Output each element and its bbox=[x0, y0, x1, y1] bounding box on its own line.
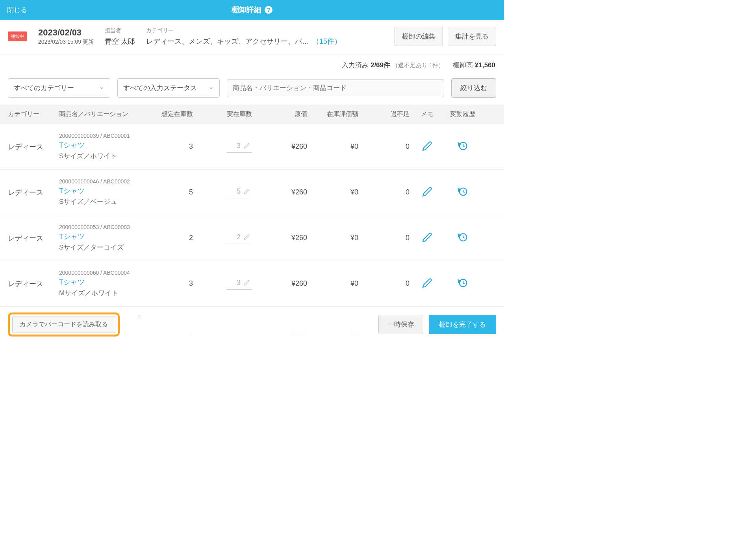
row-category: レディース bbox=[8, 279, 59, 288]
row-category: レディース bbox=[8, 142, 59, 152]
row-product: 2000000000060 / ABC00004TシャツMサイズ／ホワイト bbox=[59, 270, 150, 298]
inventory-date: 2023/02/03 bbox=[38, 28, 94, 38]
row-actual-cell: 3 bbox=[193, 141, 256, 153]
col-history: 変動履歴 bbox=[445, 110, 480, 118]
row-category: レディース bbox=[8, 233, 59, 243]
row-variation: Sサイズ／ベージュ bbox=[59, 197, 150, 206]
filter-bar: すべてのカテゴリー すべての入力ステータス 絞り込む bbox=[0, 76, 504, 105]
edit-icon bbox=[244, 143, 250, 149]
updated-at: 2023/02/03 15:09 更新 bbox=[38, 39, 94, 46]
row-diff: 0 bbox=[358, 188, 410, 196]
row-diff: 0 bbox=[358, 142, 410, 151]
history-button[interactable] bbox=[457, 277, 468, 288]
edit-icon bbox=[244, 234, 250, 240]
row-actual-cell: 5 bbox=[193, 186, 256, 198]
row-product-name[interactable]: Tシャツ bbox=[59, 186, 150, 196]
row-actual-cell: 2 bbox=[193, 232, 256, 244]
memo-button[interactable] bbox=[422, 232, 432, 242]
row-eval: ¥0 bbox=[307, 279, 358, 288]
col-name: 商品名／バリエーション bbox=[59, 110, 150, 118]
row-actual: 2 bbox=[229, 233, 241, 241]
row-eval: ¥0 bbox=[307, 142, 358, 151]
row-variation: Sサイズ／ホワイト bbox=[59, 152, 150, 161]
row-product-name[interactable]: Tシャツ bbox=[59, 141, 150, 150]
save-draft-button[interactable]: 一時保存 bbox=[378, 315, 423, 334]
page-title-text: 棚卸詳細 bbox=[232, 5, 261, 15]
help-icon[interactable]: ? bbox=[265, 6, 272, 14]
actual-stock-input[interactable]: 3 bbox=[226, 141, 252, 153]
col-expected: 想定在庫数 bbox=[150, 110, 193, 118]
row-product: 2000000000053 / ABC00003TシャツSサイズ／ターコイズ bbox=[59, 224, 150, 252]
entered-label: 入力済み bbox=[342, 61, 369, 69]
row-cost: ¥260 bbox=[256, 188, 307, 196]
col-cost: 原価 bbox=[256, 110, 307, 118]
person-name: 青空 太郎 bbox=[105, 37, 135, 46]
table-header: カテゴリー 商品名／バリエーション 想定在庫数 実在庫数 原価 在庫評価額 過不… bbox=[0, 105, 504, 124]
total-value: ¥1,560 bbox=[475, 61, 495, 69]
complete-inventory-button[interactable]: 棚卸を完了する bbox=[429, 315, 496, 334]
col-memo: メモ bbox=[410, 110, 445, 118]
highlight-box: カメラでバーコードを読み取る bbox=[8, 312, 120, 337]
row-eval: ¥0 bbox=[307, 234, 358, 242]
row-product: 2000000000039 / ABC00001TシャツSサイズ／ホワイト bbox=[59, 133, 150, 161]
category-select-label: すべてのカテゴリー bbox=[14, 83, 74, 92]
search-input-wrap[interactable] bbox=[227, 79, 444, 97]
row-product-name[interactable]: Tシャツ bbox=[59, 232, 150, 241]
edit-inventory-button[interactable]: 棚卸の編集 bbox=[395, 27, 443, 46]
row-expected: 3 bbox=[150, 279, 193, 288]
category-label: カテゴリー bbox=[146, 27, 384, 34]
memo-button[interactable] bbox=[422, 278, 432, 288]
memo-button[interactable] bbox=[422, 187, 432, 197]
person-block: 担当者 青空 太郎 bbox=[105, 27, 135, 46]
search-input[interactable] bbox=[233, 84, 438, 92]
col-category: カテゴリー bbox=[8, 110, 59, 118]
stats-bar: 入力済み 2/69件 （過不足あり 1件） 棚卸高 ¥1,560 bbox=[0, 55, 504, 76]
actual-stock-input[interactable]: 3 bbox=[226, 277, 252, 290]
status-select[interactable]: すべての入力ステータス bbox=[117, 78, 220, 98]
history-button[interactable] bbox=[457, 186, 468, 197]
actual-stock-input[interactable]: 5 bbox=[226, 186, 252, 198]
row-codes: 2000000000053 / ABC00003 bbox=[59, 224, 150, 230]
col-actual: 実在庫数 bbox=[193, 110, 256, 118]
info-bar: 棚卸中 2023/02/03 2023/02/03 15:09 更新 担当者 青… bbox=[0, 20, 504, 55]
filter-button[interactable]: 絞り込む bbox=[451, 78, 496, 98]
header-bar: 閉じる 棚卸詳細 ? bbox=[0, 0, 504, 20]
memo-button[interactable] bbox=[422, 141, 432, 151]
row-cost: ¥260 bbox=[256, 142, 307, 151]
table-row: レディース2000000000060 / ABC00004TシャツMサイズ／ホワ… bbox=[0, 261, 504, 307]
row-expected: 2 bbox=[150, 234, 193, 242]
col-eval: 在庫評価額 bbox=[307, 110, 358, 118]
edit-icon bbox=[244, 189, 250, 194]
row-variation: Mサイズ／ホワイト bbox=[59, 288, 150, 298]
footer-bar: カメラでバーコードを読み取る 5 一時保存 棚卸を完了する bbox=[0, 307, 504, 342]
camera-barcode-button[interactable]: カメラでバーコードを読み取る bbox=[12, 316, 115, 333]
row-actual: 5 bbox=[229, 187, 241, 196]
category-block: カテゴリー レディース、メンズ、キッズ、アクセサリー、バ… （15件） bbox=[146, 27, 384, 46]
history-button[interactable] bbox=[457, 141, 468, 152]
total-label: 棚卸高 bbox=[453, 61, 473, 69]
row-category: レディース bbox=[8, 188, 59, 197]
row-product: 2000000000046 / ABC00002TシャツSサイズ／ベージュ bbox=[59, 178, 150, 206]
category-count[interactable]: （15件） bbox=[312, 37, 341, 46]
status-badge: 棚卸中 bbox=[8, 31, 27, 41]
row-codes: 2000000000046 / ABC00002 bbox=[59, 178, 150, 185]
table-row: レディース2000000000046 / ABC00002TシャツSサイズ／ベー… bbox=[0, 170, 504, 215]
chevron-down-icon bbox=[99, 85, 104, 91]
row-diff: 0 bbox=[358, 279, 410, 288]
close-button[interactable]: 閉じる bbox=[7, 6, 27, 15]
actual-stock-input[interactable]: 2 bbox=[226, 232, 252, 244]
person-label: 担当者 bbox=[105, 27, 135, 34]
category-select[interactable]: すべてのカテゴリー bbox=[8, 78, 110, 98]
row-expected: 3 bbox=[150, 142, 193, 151]
history-button[interactable] bbox=[457, 232, 468, 243]
col-diff: 過不足 bbox=[358, 110, 410, 118]
row-codes: 2000000000060 / ABC00004 bbox=[59, 270, 150, 276]
row-product-name[interactable]: Tシャツ bbox=[59, 277, 150, 287]
row-actual: 3 bbox=[229, 142, 241, 150]
row-cost: ¥260 bbox=[256, 234, 307, 242]
row-diff: 0 bbox=[358, 234, 410, 242]
status-select-label: すべての入力ステータス bbox=[123, 83, 197, 92]
view-summary-button[interactable]: 集計を見る bbox=[448, 27, 496, 46]
chevron-down-icon bbox=[208, 85, 214, 91]
row-eval: ¥0 bbox=[307, 188, 358, 196]
